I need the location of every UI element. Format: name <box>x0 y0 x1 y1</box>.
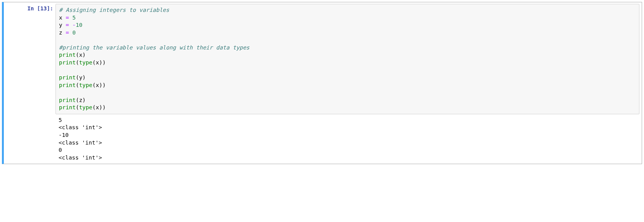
code-token: (x)) <box>92 104 106 110</box>
code-token: 10 <box>76 22 82 28</box>
output-area: 5 <class 'int'> -10 <class 'int'> 0 <cla… <box>56 114 639 161</box>
input-prompt: In [13]: <box>4 2 56 164</box>
code-token: (x)) <box>92 82 106 88</box>
code-token: 5 <box>72 15 76 21</box>
code-token: print <box>59 97 76 103</box>
code-input-area[interactable]: # Assigning integers to variables x = 5 … <box>56 4 639 114</box>
code-token: (x)) <box>92 59 106 66</box>
code-token: type <box>79 59 92 66</box>
code-token: (z) <box>76 97 86 103</box>
code-token: type <box>79 104 92 110</box>
notebook-code-cell: In [13]: # Assigning integers to variabl… <box>2 2 642 164</box>
code-token: = <box>62 30 72 36</box>
code-token: z <box>59 30 62 36</box>
cell-body: # Assigning integers to variables x = 5 … <box>56 2 642 164</box>
code-token: 0 <box>72 30 76 36</box>
code-token: = <box>62 15 72 21</box>
code-token: print <box>59 82 76 88</box>
execution-count: 13 <box>40 5 47 12</box>
code-token: print <box>59 59 76 66</box>
prompt-suffix: ]: <box>47 5 53 12</box>
code-token: = <box>62 22 72 28</box>
code-token: y <box>59 22 62 28</box>
code-comment: # Assigning integers to variables <box>59 7 169 13</box>
prompt-prefix: In [ <box>28 5 41 12</box>
code-token: print <box>59 74 76 81</box>
code-token: - <box>72 22 76 28</box>
code-comment: #printing the variable values along with… <box>59 44 250 51</box>
code-token: x <box>59 15 62 21</box>
in-prompt-label: In [13]: <box>28 5 53 12</box>
code-token: (x) <box>76 52 86 58</box>
code-token: (y) <box>76 74 86 81</box>
code-token: type <box>79 82 92 88</box>
code-token: print <box>59 52 76 58</box>
code-token: print <box>59 104 76 110</box>
